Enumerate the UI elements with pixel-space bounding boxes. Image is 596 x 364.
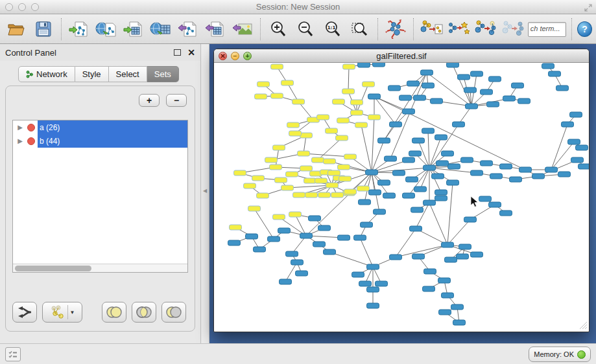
graph-node[interactable] [273,214,285,220]
graph-node[interactable] [357,186,370,191]
graph-node[interactable] [312,157,324,163]
horizontal-scrollbar[interactable] [13,264,187,272]
tab-sets[interactable]: Sets [147,66,179,82]
graph-node[interactable] [471,71,483,76]
graph-edge[interactable] [295,214,306,236]
graph-node[interactable] [435,135,447,140]
graph-node[interactable] [458,74,470,80]
window-titlebar[interactable]: Session: New Session [0,0,596,14]
graph-node[interactable] [281,80,294,85]
graph-node[interactable] [414,187,427,192]
graph-node[interactable] [246,234,258,239]
graph-node[interactable] [368,94,381,99]
graph-node[interactable] [489,202,501,207]
graph-node[interactable] [407,81,420,86]
graph-node[interactable] [351,110,363,115]
close-view-icon[interactable]: ✕ [219,52,227,60]
graph-node[interactable] [344,154,357,159]
zoom-out-button[interactable] [293,17,318,41]
graph-node[interactable] [338,235,350,240]
tab-select[interactable]: Select [109,66,147,82]
search-input[interactable]: ch term... [528,22,566,37]
graph-node[interactable] [447,63,459,67]
graph-node[interactable] [571,157,584,163]
graph-node[interactable] [503,96,516,101]
network-view-window[interactable]: ✕ − + galFiltered.sif [213,49,590,332]
memory-status-button[interactable]: Memory: OK [529,347,591,362]
graph-node[interactable] [471,252,483,257]
graph-node[interactable] [453,122,465,127]
graph-node[interactable] [570,112,582,117]
graph-edge[interactable] [384,73,427,141]
graph-node[interactable] [324,249,336,255]
graph-node[interactable] [442,151,454,156]
graph-node[interactable] [424,269,436,274]
graph-node[interactable] [271,64,283,69]
list-item[interactable]: ▶ b (44) [13,134,187,148]
graph-node[interactable] [313,242,326,247]
graph-node[interactable] [518,98,530,104]
graph-node[interactable] [556,85,569,91]
graph-node[interactable] [368,115,381,120]
graph-node[interactable] [331,192,344,198]
graph-node[interactable] [275,177,287,183]
graph-node[interactable] [318,192,331,198]
graph-node[interactable] [388,85,401,91]
graph-node[interactable] [500,164,512,169]
union-button[interactable] [102,302,126,323]
graph-node[interactable] [448,164,460,169]
graph-node[interactable] [390,255,402,260]
graph-node[interactable] [244,183,256,188]
graph-node[interactable] [289,212,302,217]
graph-node[interactable] [471,170,483,176]
graph-node[interactable] [354,235,366,240]
graph-node[interactable] [435,190,447,195]
graph-node[interactable] [359,199,371,205]
graph-node[interactable] [500,210,512,216]
graph-edge[interactable] [360,238,373,267]
graph-node[interactable] [304,178,316,183]
task-history-button[interactable] [5,347,21,361]
graph-node[interactable] [412,254,425,259]
graph-node[interactable] [422,83,435,88]
graph-node[interactable] [383,193,396,198]
graph-node[interactable] [374,209,386,214]
graph-node[interactable] [461,157,473,163]
graph-node[interactable] [305,192,318,198]
graph-node[interactable] [367,287,379,292]
graph-node[interactable] [230,225,242,230]
import-table-web-button[interactable] [149,17,173,41]
graph-node[interactable] [252,176,265,181]
graph-node[interactable] [453,320,466,325]
graph-node[interactable] [328,170,340,176]
float-panel-icon[interactable] [174,49,181,56]
graph-node[interactable] [271,93,283,98]
graph-node[interactable] [286,251,298,256]
import-table-file-button[interactable] [121,17,146,41]
graph-node[interactable] [423,165,436,170]
graph-node[interactable] [423,286,435,291]
scrollbar-thumb[interactable] [15,266,91,271]
graph-node[interactable] [421,70,433,75]
graph-node[interactable] [300,233,313,238]
graph-node[interactable] [355,122,368,128]
graph-node[interactable] [315,178,328,183]
zoom-actual-button[interactable]: 1:1 [320,17,345,41]
graph-edge[interactable] [374,97,396,124]
graph-node[interactable] [549,71,561,76]
graph-node[interactable] [298,151,310,156]
graph-node[interactable] [317,115,329,120]
graph-node[interactable] [481,89,493,95]
graph-node[interactable] [466,104,478,109]
apply-layout-button[interactable] [383,17,408,41]
graph-node[interactable] [451,304,464,310]
graph-node[interactable] [352,272,364,277]
graph-edge[interactable] [447,183,453,245]
help-button[interactable]: ? [577,21,592,37]
graph-node[interactable] [481,161,493,166]
graph-node[interactable] [289,131,302,136]
sets-list[interactable]: ▶ a (26) ▶ b (44) [12,120,188,273]
graph-node[interactable] [363,82,375,87]
graph-node[interactable] [438,278,451,283]
graph-node[interactable] [414,95,426,100]
